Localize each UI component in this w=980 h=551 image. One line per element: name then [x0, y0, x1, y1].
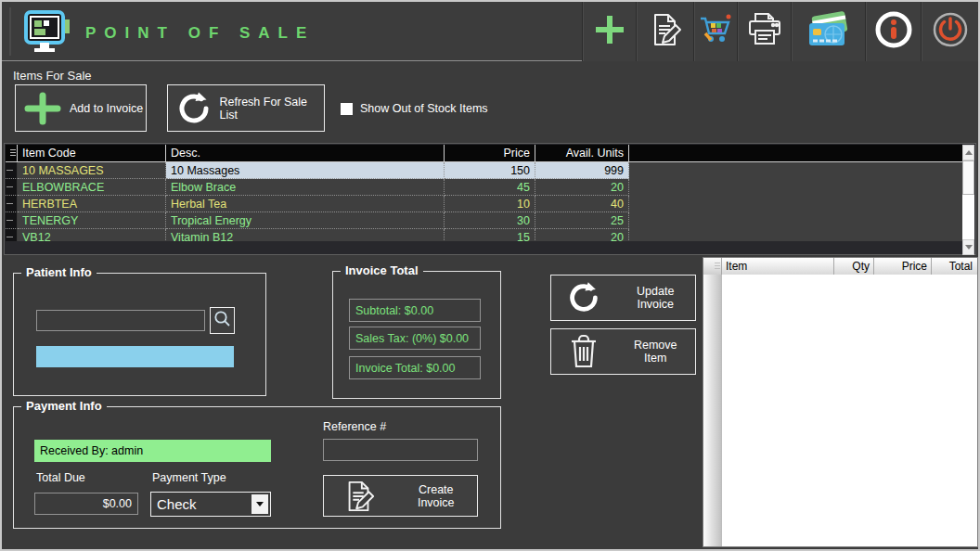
total-due-label: Total Due	[36, 471, 85, 484]
cell-filler	[629, 162, 964, 179]
cell-item-code[interactable]: HERBTEA	[18, 196, 166, 212]
cell-price[interactable]: 45	[445, 179, 535, 196]
payment-cards-button[interactable]	[791, 2, 865, 61]
payment-info-legend: Payment Info	[21, 399, 107, 413]
received-by-display: Received By: admin	[34, 440, 271, 462]
items-grid-viewport: Item Code Desc. Price Avail. Units 10 MA…	[6, 145, 964, 241]
cell-price[interactable]: 30	[445, 212, 535, 229]
cell-filler	[629, 212, 964, 229]
header-bar: POINT OF SALE	[2, 2, 978, 61]
column-header-price[interactable]: Price	[445, 145, 535, 162]
invoice-grid-header: Item Qty Price Total	[703, 258, 977, 275]
table-row[interactable]: HERBTEA Herbal Tea 10 40	[6, 196, 964, 212]
cell-item-code[interactable]: ELBOWBRACE	[18, 179, 166, 196]
total-due-field[interactable]	[34, 493, 138, 515]
invoice-grid-row-header-column	[703, 275, 722, 546]
checkbox-label: Show Out of Stock Items	[360, 102, 488, 115]
cell-units[interactable]: 20	[535, 229, 629, 241]
cell-item-code[interactable]: 10 MASSAGES	[18, 162, 166, 179]
cell-desc[interactable]: Elbow Brace	[166, 179, 445, 196]
table-row[interactable]: ELBOWBRACE Elbow Brace 45 20	[6, 179, 964, 196]
header-grip	[9, 7, 11, 56]
items-grid-scrollbar[interactable]	[962, 145, 974, 255]
cell-desc[interactable]: Herbal Tea	[166, 196, 445, 212]
cell-price[interactable]: 15	[445, 229, 535, 241]
document-edit-icon	[648, 12, 683, 51]
column-header-item-code[interactable]: Item Code	[18, 145, 166, 162]
dropdown-button[interactable]	[251, 494, 268, 514]
payment-info-group: Payment Info Received By: admin Total Du…	[13, 406, 501, 529]
row-header-cell[interactable]	[6, 196, 18, 212]
row-header-cell[interactable]	[6, 229, 18, 241]
row-header-cell[interactable]	[6, 162, 18, 179]
scrollbar-up-button[interactable]	[962, 145, 974, 160]
row-marker-icon	[6, 203, 13, 204]
create-invoice-label: Create Invoice	[401, 483, 478, 509]
reference-input[interactable]	[323, 439, 478, 461]
patient-search-input[interactable]	[36, 310, 205, 331]
column-header-avail-units[interactable]: Avail. Units	[535, 145, 629, 162]
refresh-label: Refresh For Sale List	[220, 96, 324, 122]
scrollbar-thumb[interactable]	[962, 160, 974, 195]
table-row[interactable]: 10 MASSAGES 10 Massages 150 999	[6, 162, 964, 179]
power-button[interactable]	[921, 2, 978, 61]
row-marker-icon	[6, 170, 13, 171]
cell-item-code[interactable]: TENERGY	[18, 212, 166, 229]
cell-price[interactable]: 150	[445, 162, 535, 179]
arrow-up-icon	[965, 150, 973, 155]
column-header-desc[interactable]: Desc.	[166, 145, 445, 162]
items-grid: Item Code Desc. Price Avail. Units 10 MA…	[4, 143, 976, 255]
payment-type-label: Payment Type	[152, 471, 226, 484]
cell-desc[interactable]: Vitamin B12	[166, 229, 445, 241]
payment-type-select[interactable]: Check	[150, 492, 271, 517]
invoice-grid-body[interactable]	[703, 275, 977, 546]
row-header-cell[interactable]	[6, 212, 18, 229]
row-header-cell[interactable]	[6, 179, 18, 196]
scrollbar-down-button[interactable]	[962, 239, 974, 255]
remove-item-button[interactable]: Remove Item	[550, 328, 696, 375]
refresh-icon	[168, 89, 220, 128]
cell-units[interactable]: 999	[535, 162, 629, 179]
row-marker-icon	[6, 237, 13, 237]
edit-invoice-button[interactable]	[636, 2, 693, 61]
column-header-item[interactable]: Item	[722, 258, 834, 275]
table-row[interactable]: TENERGY Tropical Energy 30 25	[6, 212, 964, 229]
new-invoice-button[interactable]	[582, 2, 636, 61]
invoice-items-grid: Item Qty Price Total	[703, 257, 978, 547]
invoice-total-display: Invoice Total: $0.00	[349, 356, 481, 379]
row-header-corner[interactable]	[6, 145, 18, 162]
create-invoice-button[interactable]: Create Invoice	[323, 475, 478, 517]
app-title: POINT OF SALE	[85, 24, 315, 43]
column-header-total[interactable]: Total	[932, 258, 976, 275]
search-icon	[213, 310, 231, 331]
patient-name-display	[36, 346, 234, 367]
refresh-for-sale-list-button[interactable]: Refresh For Sale List	[167, 84, 325, 132]
shopping-cart-button[interactable]	[693, 2, 737, 61]
checkbox-icon[interactable]	[341, 103, 353, 115]
column-header-qty[interactable]: Qty	[834, 258, 874, 275]
print-button[interactable]	[737, 2, 791, 61]
refresh-icon	[551, 279, 624, 316]
cell-price[interactable]: 10	[445, 196, 535, 212]
update-invoice-button[interactable]: Update Invoice	[550, 275, 696, 321]
pos-monitor-icon	[24, 10, 72, 55]
column-header-price[interactable]: Price	[874, 258, 932, 275]
printer-icon	[745, 11, 784, 52]
scrollbar-track[interactable]	[962, 195, 974, 239]
row-header-corner[interactable]	[703, 258, 722, 275]
cell-units[interactable]: 25	[535, 212, 629, 229]
table-row[interactable]: VB12 Vitamin B12 15 20	[6, 229, 964, 241]
toolbar	[582, 2, 978, 61]
reference-label: Reference #	[323, 420, 386, 433]
info-button[interactable]	[865, 2, 921, 61]
add-to-invoice-button[interactable]: Add to Invoice	[15, 84, 147, 132]
show-out-of-stock-checkbox[interactable]: Show Out of Stock Items	[341, 102, 488, 115]
cell-units[interactable]: 40	[535, 196, 629, 212]
cell-units[interactable]: 20	[535, 179, 629, 196]
cell-item-code[interactable]: VB12	[18, 229, 166, 241]
power-icon	[930, 9, 971, 54]
patient-search-button[interactable]	[210, 307, 235, 334]
cell-desc[interactable]: 10 Massages	[166, 162, 445, 179]
sales-tax-display: Sales Tax: (0%) $0.00	[349, 327, 481, 350]
cell-desc[interactable]: Tropical Energy	[166, 212, 445, 229]
